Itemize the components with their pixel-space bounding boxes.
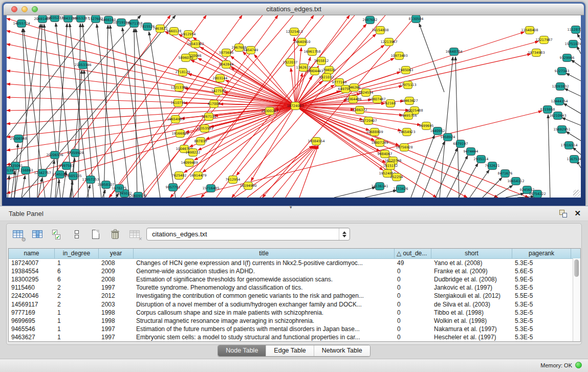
graph-node-label: 3427552 xyxy=(211,89,226,93)
graph-node-label: 1615152 xyxy=(383,164,398,168)
close-panel-icon[interactable]: ✕ xyxy=(574,209,581,217)
status-bar: Memory: OK xyxy=(0,359,588,372)
memory-widget[interactable]: Memory: OK xyxy=(540,362,582,368)
table-cell: Yano et al. (2008) xyxy=(431,259,512,267)
graph-node-label: 8471676 xyxy=(498,171,513,176)
table-cell: 1998 xyxy=(99,317,134,324)
row-height-icon[interactable] xyxy=(70,228,84,242)
table-cell: Dudbridge et al. (2008) xyxy=(431,276,512,283)
table-row[interactable]: 911546021997Tourette syndrome. Phenomeno… xyxy=(9,283,580,292)
graph-node-label: 16210643 xyxy=(549,114,566,118)
table-cell: 18300295 xyxy=(9,276,55,283)
graph-node-label: 15751074 xyxy=(564,42,581,46)
graph-node-label: 16914479 xyxy=(189,173,206,178)
select-columns-icon[interactable]: ✓ ✓ xyxy=(51,228,64,242)
table-header-row: namein_degreeyeartitle△ out_de...shortpa… xyxy=(9,249,580,259)
table-toolbar: ⚙ ✓ ✓ ✕ f(x) xyxy=(12,227,162,243)
table-row[interactable]: 946554611997Estimation of the future num… xyxy=(9,325,580,333)
column-header-title[interactable]: title xyxy=(134,249,395,258)
tab-node-table[interactable]: Node Table xyxy=(218,345,266,356)
graph-node-label: 2803144 xyxy=(213,76,228,80)
table-mode-icon[interactable]: ⚙ xyxy=(12,228,26,242)
graph-node-label: 16648784 xyxy=(445,50,462,54)
table-cell: Stergiakouli et al. (2012) xyxy=(431,292,512,299)
column-header-in_degree[interactable]: in_degree xyxy=(55,249,99,258)
table-cell: 2 xyxy=(55,284,99,291)
graph-node-label: 9699695 xyxy=(419,124,434,128)
memory-label: Memory: OK xyxy=(540,362,572,368)
graph-node-label: 16194990 xyxy=(239,184,256,188)
table-cell: Estimation of the future numbers of pati… xyxy=(134,325,395,333)
table-row[interactable]: 1830029562008Estimation of significance … xyxy=(9,275,580,283)
table-cell: 0 xyxy=(395,334,431,341)
graph-node-label: 9245652 xyxy=(520,188,535,192)
table-row[interactable]: 969969511998Structural magnetic resonanc… xyxy=(9,317,580,325)
window-title: citations_edges.txt xyxy=(4,5,584,13)
table-cell: 1997 xyxy=(99,334,134,341)
graph-node-label: 794028 xyxy=(323,68,336,72)
graph-node-label: 746266 xyxy=(348,85,361,90)
table-cell: Jankovic et al. (1997) xyxy=(431,284,512,291)
graph-node-label: 12213389 xyxy=(170,85,187,90)
window-titlebar[interactable]: citations_edges.txt xyxy=(4,4,584,15)
table-cell: Tourette syndrome. Phenomenology and cla… xyxy=(134,284,395,291)
table-cell: 6 xyxy=(55,268,99,275)
table-row[interactable]: 1938455462009Genome-wide association stu… xyxy=(9,267,580,275)
table-cell: 0 xyxy=(395,276,431,283)
column-header-name[interactable]: name xyxy=(9,249,55,258)
resize-grip[interactable] xyxy=(573,190,580,197)
graph-node-label: 16756928 xyxy=(396,145,412,149)
table-cell: Investigating the contribution of common… xyxy=(134,292,395,299)
gear-icon: ⚙ xyxy=(21,237,26,243)
column-header-pagerank[interactable]: pagerank xyxy=(512,249,571,258)
create-column-icon[interactable] xyxy=(90,228,103,242)
delete-column-icon[interactable] xyxy=(109,228,123,242)
table-cell: 5.3E-5 xyxy=(512,301,571,308)
column-header-out_de[interactable]: △ out_de... xyxy=(395,249,431,258)
graph-node-label: 18807249 xyxy=(371,141,388,145)
table-cell: 5.3E-5 xyxy=(512,284,571,291)
tab-edge-table[interactable]: Edge Table xyxy=(266,345,313,356)
graph-svg[interactable]: 1405572420691406190352771884319610653287… xyxy=(7,15,581,198)
table-cell: 1 xyxy=(55,325,99,333)
network-view-window: citations_edges.txt 14055724206914061903… xyxy=(2,2,585,206)
table-row[interactable]: 2242004622012Investigating the contribut… xyxy=(9,292,580,300)
table-cell: Estimation of significance thresholds fo… xyxy=(134,276,395,283)
table-cell: 0 xyxy=(395,325,431,333)
table-cell: 5.3E-5 xyxy=(512,309,571,316)
table-row[interactable]: 946362711997Embryonic stem cells: a mode… xyxy=(9,333,580,341)
graph-node-label: 15692951 xyxy=(553,127,570,132)
column-header-short[interactable]: short xyxy=(431,249,512,258)
table-select-dropdown[interactable]: citations_edges.txt xyxy=(146,228,350,240)
graph-node-label: 10654112 xyxy=(507,179,524,183)
graph-node-label: 8215958 xyxy=(540,107,555,112)
splitter-handle[interactable]: ▾ xyxy=(290,205,292,210)
graph-node-label: 11128774 xyxy=(567,28,581,32)
column-visibility-icon[interactable] xyxy=(31,228,45,242)
table-cell: 22420046 xyxy=(9,292,55,299)
node-table: namein_degreeyeartitle△ out_de...shortpa… xyxy=(8,248,581,342)
tab-network-table[interactable]: Network Table xyxy=(314,345,370,356)
network-canvas[interactable]: 1405572420691406190352771884319610653287… xyxy=(7,15,581,198)
table-cell: 0 xyxy=(395,292,431,299)
float-panel-icon[interactable] xyxy=(559,209,567,217)
graph-node-label: 1640952 xyxy=(430,129,445,133)
graph-node-label: 20206536 xyxy=(46,153,63,157)
graph-node-label: 19654983 xyxy=(167,117,184,121)
table-cell: de Silva et al. (2003) xyxy=(431,301,512,308)
table-cell: 5.5E-5 xyxy=(512,292,571,299)
scrollbar-thumb[interactable] xyxy=(574,259,579,277)
graph-node-label: 13505135 xyxy=(64,174,81,178)
x-badge-icon: ✕ xyxy=(138,236,142,242)
vertical-scrollbar[interactable] xyxy=(573,258,580,341)
graph-node-label: 1498222 xyxy=(186,150,201,155)
graph-node-label: 12325413 xyxy=(286,30,302,34)
table-row[interactable]: 977716911998Corpus callosum shape and si… xyxy=(9,309,580,317)
table-cell: 1997 xyxy=(99,325,134,333)
graph-node-label: 19495756 xyxy=(400,114,417,118)
table-row[interactable]: 1456911722003Disruption of a novel membe… xyxy=(9,300,580,308)
graph-node-label: 8130504 xyxy=(409,17,424,21)
graph-node-label: 12353593 xyxy=(196,126,213,130)
table-row[interactable]: 1872400712008Changes of HCN gene express… xyxy=(9,259,580,267)
column-header-year[interactable]: year xyxy=(99,249,134,258)
